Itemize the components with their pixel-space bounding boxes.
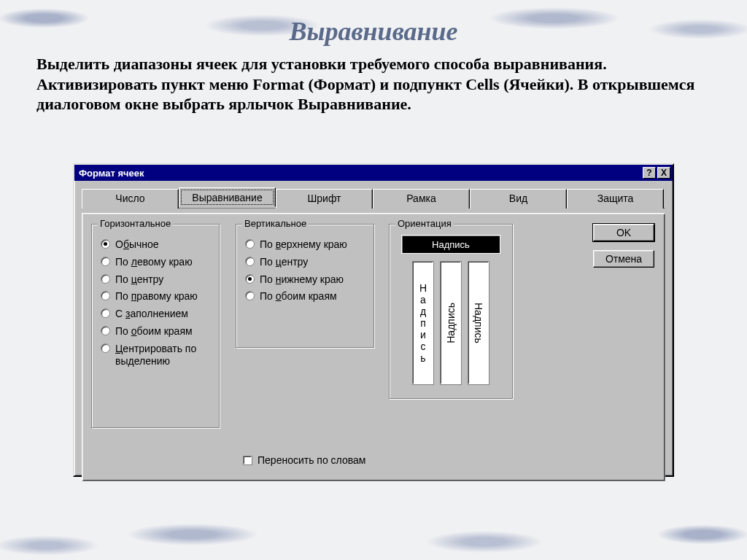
tab-число[interactable]: Число [82,189,179,209]
radio-icon [245,239,255,249]
radio-icon [101,343,110,353]
radio-icon [101,291,110,300]
wrap-text-checkbox[interactable]: Переносить по словам [243,454,365,466]
orientation-rot-up-label: Надпись [445,303,457,343]
radio-label: С заполнением [115,308,188,320]
radio-icon [101,257,110,266]
orientation-rot-down-label: Надпись [473,303,484,343]
group-vertical-legend: Вертикальное [242,218,309,229]
horizontal-option[interactable]: По обоим краям [99,325,212,338]
tab-выравнивание[interactable]: Выравнивание [179,187,276,207]
radio-label: По центру [260,256,308,268]
radio-icon [101,326,110,335]
tab-шрифт[interactable]: Шрифт [276,189,373,209]
close-button[interactable]: X [657,167,670,179]
group-horizontal: Горизонтальное ОбычноеПо левому краюПо ц… [91,224,220,428]
group-vertical: Вертикальное По верхнему краюПо центруПо… [236,224,374,348]
tab-защита[interactable]: Защита [567,189,664,209]
radio-label: По нижнему краю [260,273,344,286]
tabstrip: ЧислоВыравниваниеШрифтРамкаВидЗащита [82,188,665,209]
radio-icon [101,308,110,318]
radio-label: По центру [115,273,163,286]
intro-paragraph: Выделить диапазоны ячеек для установки т… [36,54,703,114]
tab-рамка[interactable]: Рамка [373,189,470,209]
radio-icon [245,257,255,266]
radio-label: Обычное [115,238,159,251]
orientation-option-horizontal[interactable]: Надпись [401,235,500,254]
dialog-titlebar: Формат ячеек ? X [74,165,673,181]
help-button[interactable]: ? [643,167,656,179]
wrap-text-label: Переносить по словам [258,454,365,466]
radio-icon [245,291,255,300]
orientation-option-stacked[interactable]: Надпись [412,261,434,385]
vertical-option[interactable]: По центру [244,256,366,268]
horizontal-option[interactable]: По центру [99,273,212,286]
alignment-panel: Горизонтальное ОбычноеПо левому краюПо ц… [82,213,665,481]
group-orientation-legend: Ориентация [395,218,454,229]
vertical-option[interactable]: По нижнему краю [244,273,366,286]
radio-label: По правому краю [115,290,198,303]
horizontal-option[interactable]: По левому краю [99,256,212,268]
radio-label: По левому краю [115,256,193,268]
orientation-option-rotate-down[interactable]: Надпись [468,261,489,385]
group-horizontal-legend: Горизонтальное [98,218,173,229]
radio-icon [101,239,110,249]
radio-label: По верхнему краю [260,238,347,251]
format-cells-dialog: Формат ячеек ? X ЧислоВыравниваниеШрифтР… [73,163,674,477]
horizontal-option[interactable]: По правому краю [99,290,212,303]
cancel-button[interactable]: Отмена [593,250,654,268]
vertical-option[interactable]: По обоим краям [244,290,366,303]
page-title: Выравнивание [0,16,747,47]
tab-вид[interactable]: Вид [470,189,567,209]
radio-label: По обоим краям [260,290,337,303]
horizontal-option[interactable]: Центрировать по выделению [99,343,212,368]
orientation-option-rotate-up[interactable]: Надпись [440,261,462,385]
radio-label: По обоим краям [115,325,193,338]
decorative-bottom [0,516,747,560]
horizontal-option[interactable]: С заполнением [99,308,212,320]
dialog-title: Формат ячеек [79,168,144,179]
radio-icon [101,274,110,284]
radio-icon [245,274,255,284]
orientation-stacked-label: Надпись [419,282,427,365]
ok-button[interactable]: OK [593,224,654,241]
horizontal-option[interactable]: Обычное [99,238,212,251]
checkbox-box [243,456,252,465]
group-orientation: Ориентация Надпись Надпись Надпись Надпи… [389,224,513,399]
radio-label: Центрировать по выделению [115,343,212,368]
vertical-option[interactable]: По верхнему краю [244,238,366,251]
